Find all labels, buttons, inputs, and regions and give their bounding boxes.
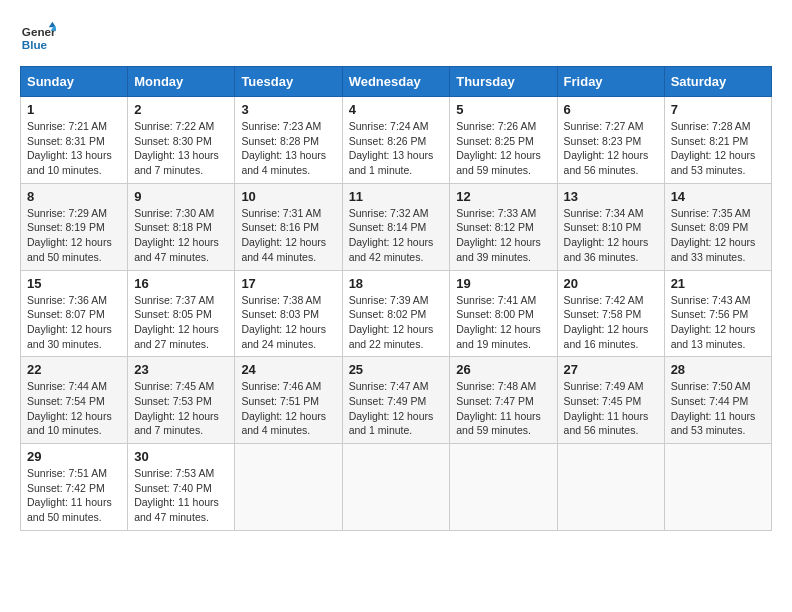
calendar-cell: 5 Sunrise: 7:26 AMSunset: 8:25 PMDayligh… (450, 97, 557, 184)
day-number: 7 (671, 102, 765, 117)
calendar-cell: 30 Sunrise: 7:53 AMSunset: 7:40 PMDaylig… (128, 444, 235, 531)
calendar-cell: 17 Sunrise: 7:38 AMSunset: 8:03 PMDaylig… (235, 270, 342, 357)
col-monday: Monday (128, 67, 235, 97)
calendar-cell: 21 Sunrise: 7:43 AMSunset: 7:56 PMDaylig… (664, 270, 771, 357)
calendar-cell: 20 Sunrise: 7:42 AMSunset: 7:58 PMDaylig… (557, 270, 664, 357)
calendar-cell (235, 444, 342, 531)
day-info: Sunrise: 7:21 AMSunset: 8:31 PMDaylight:… (27, 119, 121, 178)
day-number: 17 (241, 276, 335, 291)
day-info: Sunrise: 7:33 AMSunset: 8:12 PMDaylight:… (456, 206, 550, 265)
day-number: 20 (564, 276, 658, 291)
day-number: 1 (27, 102, 121, 117)
day-info: Sunrise: 7:38 AMSunset: 8:03 PMDaylight:… (241, 293, 335, 352)
day-number: 23 (134, 362, 228, 377)
calendar-cell: 22 Sunrise: 7:44 AMSunset: 7:54 PMDaylig… (21, 357, 128, 444)
day-info: Sunrise: 7:22 AMSunset: 8:30 PMDaylight:… (134, 119, 228, 178)
day-number: 12 (456, 189, 550, 204)
calendar-week-row: 22 Sunrise: 7:44 AMSunset: 7:54 PMDaylig… (21, 357, 772, 444)
calendar-cell: 9 Sunrise: 7:30 AMSunset: 8:18 PMDayligh… (128, 183, 235, 270)
day-number: 24 (241, 362, 335, 377)
calendar-cell: 2 Sunrise: 7:22 AMSunset: 8:30 PMDayligh… (128, 97, 235, 184)
day-info: Sunrise: 7:51 AMSunset: 7:42 PMDaylight:… (27, 466, 121, 525)
day-info: Sunrise: 7:37 AMSunset: 8:05 PMDaylight:… (134, 293, 228, 352)
calendar-cell: 8 Sunrise: 7:29 AMSunset: 8:19 PMDayligh… (21, 183, 128, 270)
day-number: 14 (671, 189, 765, 204)
day-info: Sunrise: 7:34 AMSunset: 8:10 PMDaylight:… (564, 206, 658, 265)
day-number: 27 (564, 362, 658, 377)
day-number: 21 (671, 276, 765, 291)
day-info: Sunrise: 7:43 AMSunset: 7:56 PMDaylight:… (671, 293, 765, 352)
day-number: 25 (349, 362, 444, 377)
day-info: Sunrise: 7:53 AMSunset: 7:40 PMDaylight:… (134, 466, 228, 525)
day-number: 28 (671, 362, 765, 377)
day-info: Sunrise: 7:49 AMSunset: 7:45 PMDaylight:… (564, 379, 658, 438)
day-number: 9 (134, 189, 228, 204)
day-info: Sunrise: 7:44 AMSunset: 7:54 PMDaylight:… (27, 379, 121, 438)
day-number: 6 (564, 102, 658, 117)
calendar-cell: 15 Sunrise: 7:36 AMSunset: 8:07 PMDaylig… (21, 270, 128, 357)
day-info: Sunrise: 7:29 AMSunset: 8:19 PMDaylight:… (27, 206, 121, 265)
day-number: 30 (134, 449, 228, 464)
day-number: 4 (349, 102, 444, 117)
day-info: Sunrise: 7:42 AMSunset: 7:58 PMDaylight:… (564, 293, 658, 352)
day-info: Sunrise: 7:30 AMSunset: 8:18 PMDaylight:… (134, 206, 228, 265)
calendar-cell (557, 444, 664, 531)
calendar-cell: 28 Sunrise: 7:50 AMSunset: 7:44 PMDaylig… (664, 357, 771, 444)
calendar-body: 1 Sunrise: 7:21 AMSunset: 8:31 PMDayligh… (21, 97, 772, 531)
calendar-cell: 24 Sunrise: 7:46 AMSunset: 7:51 PMDaylig… (235, 357, 342, 444)
calendar-cell: 11 Sunrise: 7:32 AMSunset: 8:14 PMDaylig… (342, 183, 450, 270)
calendar-cell: 26 Sunrise: 7:48 AMSunset: 7:47 PMDaylig… (450, 357, 557, 444)
day-number: 26 (456, 362, 550, 377)
day-info: Sunrise: 7:23 AMSunset: 8:28 PMDaylight:… (241, 119, 335, 178)
calendar-cell: 27 Sunrise: 7:49 AMSunset: 7:45 PMDaylig… (557, 357, 664, 444)
calendar-cell: 25 Sunrise: 7:47 AMSunset: 7:49 PMDaylig… (342, 357, 450, 444)
day-number: 2 (134, 102, 228, 117)
calendar-cell: 10 Sunrise: 7:31 AMSunset: 8:16 PMDaylig… (235, 183, 342, 270)
logo-icon: General Blue (20, 20, 56, 56)
calendar-table: Sunday Monday Tuesday Wednesday Thursday… (20, 66, 772, 531)
header-row: Sunday Monday Tuesday Wednesday Thursday… (21, 67, 772, 97)
day-info: Sunrise: 7:35 AMSunset: 8:09 PMDaylight:… (671, 206, 765, 265)
page-header: General Blue (20, 20, 772, 56)
day-info: Sunrise: 7:24 AMSunset: 8:26 PMDaylight:… (349, 119, 444, 178)
day-number: 22 (27, 362, 121, 377)
col-sunday: Sunday (21, 67, 128, 97)
day-number: 11 (349, 189, 444, 204)
calendar-cell: 29 Sunrise: 7:51 AMSunset: 7:42 PMDaylig… (21, 444, 128, 531)
day-info: Sunrise: 7:39 AMSunset: 8:02 PMDaylight:… (349, 293, 444, 352)
day-number: 29 (27, 449, 121, 464)
svg-text:Blue: Blue (22, 38, 48, 51)
day-info: Sunrise: 7:46 AMSunset: 7:51 PMDaylight:… (241, 379, 335, 438)
day-number: 10 (241, 189, 335, 204)
day-info: Sunrise: 7:45 AMSunset: 7:53 PMDaylight:… (134, 379, 228, 438)
day-number: 8 (27, 189, 121, 204)
calendar-week-row: 1 Sunrise: 7:21 AMSunset: 8:31 PMDayligh… (21, 97, 772, 184)
col-thursday: Thursday (450, 67, 557, 97)
calendar-week-row: 15 Sunrise: 7:36 AMSunset: 8:07 PMDaylig… (21, 270, 772, 357)
col-saturday: Saturday (664, 67, 771, 97)
day-info: Sunrise: 7:27 AMSunset: 8:23 PMDaylight:… (564, 119, 658, 178)
day-info: Sunrise: 7:26 AMSunset: 8:25 PMDaylight:… (456, 119, 550, 178)
day-info: Sunrise: 7:41 AMSunset: 8:00 PMDaylight:… (456, 293, 550, 352)
calendar-cell: 12 Sunrise: 7:33 AMSunset: 8:12 PMDaylig… (450, 183, 557, 270)
col-friday: Friday (557, 67, 664, 97)
day-number: 5 (456, 102, 550, 117)
day-number: 3 (241, 102, 335, 117)
day-number: 15 (27, 276, 121, 291)
calendar-cell (342, 444, 450, 531)
calendar-cell: 7 Sunrise: 7:28 AMSunset: 8:21 PMDayligh… (664, 97, 771, 184)
day-info: Sunrise: 7:47 AMSunset: 7:49 PMDaylight:… (349, 379, 444, 438)
calendar-cell: 13 Sunrise: 7:34 AMSunset: 8:10 PMDaylig… (557, 183, 664, 270)
calendar-week-row: 8 Sunrise: 7:29 AMSunset: 8:19 PMDayligh… (21, 183, 772, 270)
calendar-cell: 23 Sunrise: 7:45 AMSunset: 7:53 PMDaylig… (128, 357, 235, 444)
col-tuesday: Tuesday (235, 67, 342, 97)
calendar-cell: 1 Sunrise: 7:21 AMSunset: 8:31 PMDayligh… (21, 97, 128, 184)
logo: General Blue (20, 20, 60, 56)
calendar-cell (450, 444, 557, 531)
calendar-cell: 3 Sunrise: 7:23 AMSunset: 8:28 PMDayligh… (235, 97, 342, 184)
day-number: 19 (456, 276, 550, 291)
day-number: 13 (564, 189, 658, 204)
day-info: Sunrise: 7:32 AMSunset: 8:14 PMDaylight:… (349, 206, 444, 265)
calendar-cell: 14 Sunrise: 7:35 AMSunset: 8:09 PMDaylig… (664, 183, 771, 270)
calendar-cell (664, 444, 771, 531)
